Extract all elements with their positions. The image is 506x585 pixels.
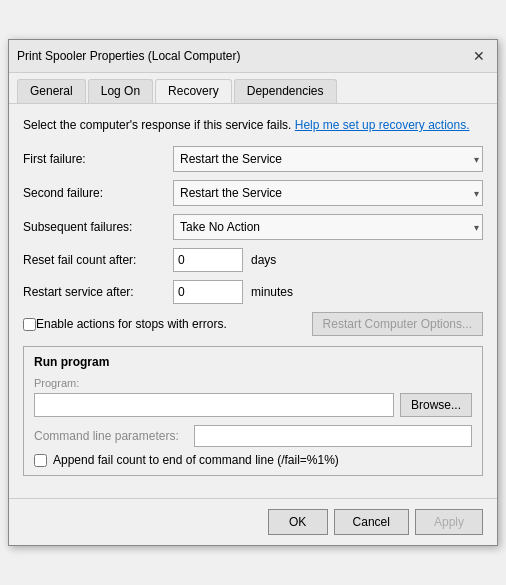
second-failure-select-wrapper: Restart the Service Take No Action Run a…	[173, 180, 483, 206]
second-failure-control: Restart the Service Take No Action Run a…	[173, 180, 483, 206]
first-failure-select[interactable]: Restart the Service Take No Action Run a…	[173, 146, 483, 172]
tab-dependencies[interactable]: Dependencies	[234, 79, 337, 103]
reset-fail-row: Reset fail count after: days	[23, 248, 483, 272]
tab-logon[interactable]: Log On	[88, 79, 153, 103]
footer: OK Cancel Apply	[9, 498, 497, 545]
cancel-button[interactable]: Cancel	[334, 509, 409, 535]
second-failure-label: Second failure:	[23, 186, 173, 200]
tab-general[interactable]: General	[17, 79, 86, 103]
program-row: Browse...	[34, 393, 472, 417]
enable-actions-row: Enable actions for stops with errors. Re…	[23, 312, 483, 336]
main-window: Print Spooler Properties (Local Computer…	[8, 39, 498, 546]
description-text: Select the computer's response if this s…	[23, 118, 291, 132]
restart-service-label: Restart service after:	[23, 285, 173, 299]
program-input[interactable]	[34, 393, 394, 417]
restart-computer-options-button[interactable]: Restart Computer Options...	[312, 312, 483, 336]
restart-service-unit: minutes	[251, 285, 293, 299]
tab-bar: General Log On Recovery Dependencies	[9, 73, 497, 104]
tab-content: Select the computer's response if this s…	[9, 104, 497, 498]
enable-actions-label: Enable actions for stops with errors.	[36, 317, 227, 331]
subsequent-failures-select[interactable]: Take No Action Restart the Service Run a…	[173, 214, 483, 240]
second-failure-select[interactable]: Restart the Service Take No Action Run a…	[173, 180, 483, 206]
reset-fail-label: Reset fail count after:	[23, 253, 173, 267]
cmd-params-input[interactable]	[194, 425, 472, 447]
restart-service-input[interactable]	[173, 280, 243, 304]
reset-fail-unit: days	[251, 253, 276, 267]
window-title: Print Spooler Properties (Local Computer…	[17, 49, 240, 63]
subsequent-failures-row: Subsequent failures: Take No Action Rest…	[23, 214, 483, 240]
first-failure-control: Restart the Service Take No Action Run a…	[173, 146, 483, 172]
reset-fail-input[interactable]	[173, 248, 243, 272]
append-label: Append fail count to end of command line…	[53, 453, 339, 467]
restart-service-row: Restart service after: minutes	[23, 280, 483, 304]
enable-actions-checkbox[interactable]	[23, 318, 36, 331]
program-field-label: Program:	[34, 377, 472, 389]
second-failure-row: Second failure: Restart the Service Take…	[23, 180, 483, 206]
run-program-title: Run program	[34, 355, 472, 369]
first-failure-row: First failure: Restart the Service Take …	[23, 146, 483, 172]
browse-button[interactable]: Browse...	[400, 393, 472, 417]
first-failure-label: First failure:	[23, 152, 173, 166]
enable-actions-check-group: Enable actions for stops with errors.	[23, 317, 227, 331]
cmd-params-row: Command line parameters:	[34, 425, 472, 447]
help-link[interactable]: Help me set up recovery actions.	[295, 118, 470, 132]
description: Select the computer's response if this s…	[23, 116, 483, 134]
cmd-params-label: Command line parameters:	[34, 429, 194, 443]
subsequent-failures-label: Subsequent failures:	[23, 220, 173, 234]
title-bar: Print Spooler Properties (Local Computer…	[9, 40, 497, 73]
first-failure-select-wrapper: Restart the Service Take No Action Run a…	[173, 146, 483, 172]
tab-recovery[interactable]: Recovery	[155, 79, 232, 103]
append-checkbox[interactable]	[34, 454, 47, 467]
subsequent-failures-select-wrapper: Take No Action Restart the Service Run a…	[173, 214, 483, 240]
close-button[interactable]: ✕	[469, 46, 489, 66]
run-program-group: Run program Program: Browse... Command l…	[23, 346, 483, 476]
append-row: Append fail count to end of command line…	[34, 453, 472, 467]
subsequent-failures-control: Take No Action Restart the Service Run a…	[173, 214, 483, 240]
apply-button[interactable]: Apply	[415, 509, 483, 535]
ok-button[interactable]: OK	[268, 509, 328, 535]
